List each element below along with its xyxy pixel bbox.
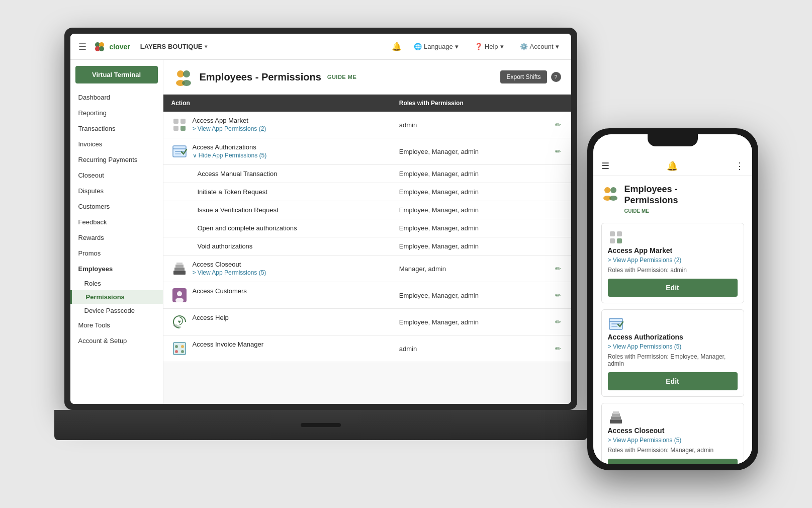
svg-rect-17 [174,268,185,271]
hamburger-icon[interactable]: ☰ [78,41,86,52]
roles-cell: admin [391,112,545,138]
edit-icon-button[interactable]: ✏ [553,289,563,301]
svg-rect-11 [181,126,186,131]
svg-point-22 [175,298,184,303]
action-name: Open and complete authorizations [198,224,297,232]
roles-cell: Employee, Manager, admin [391,138,545,165]
svg-point-3 [99,46,104,51]
help-button[interactable]: ❓ Help ▾ [471,41,508,52]
sidebar-item-rewards[interactable]: Rewards [70,230,163,245]
scene: ☰ clover LAYERS BOUTIQUE ▾ [54,28,758,480]
phone-guide-me-button[interactable]: GUIDE ME [624,208,649,214]
help-chevron-icon: ▾ [500,43,504,50]
store-selector[interactable]: LAYERS BOUTIQUE ▾ [140,43,207,50]
action-cell: Access Manual Transaction [163,165,391,183]
svg-rect-14 [175,151,184,152]
action-column-header: Action [163,95,391,112]
sidebar-item-recurring-payments[interactable]: Recurring Payments [70,152,163,167]
edit-icon-button[interactable]: ✏ [553,263,563,275]
action-cell: Access Authorizations ∨ Hide App Permiss… [163,138,391,165]
table-row: Access Customers Employee, Manager, admi… [163,282,571,309]
action-details: Initiate a Token Request [198,188,267,196]
phone-card-view-permissions-link[interactable]: > View App Permissions (5) [608,437,738,444]
sidebar-item-device-passcode[interactable]: Device Passcode [70,304,163,317]
svg-rect-42 [611,416,621,420]
sidebar-item-roles[interactable]: Roles [70,277,163,290]
svg-point-28 [181,350,184,353]
action-icon [171,143,188,159]
phone-hamburger-icon[interactable]: ☰ [601,160,609,172]
sidebar-item-promos[interactable]: Promos [70,245,163,261]
phone-card-title: Access App Market [608,246,738,255]
action-name: Access Customers [193,287,247,295]
action-cell: ♥ Access Help [163,309,391,335]
sidebar-item-account-setup[interactable]: Account & Setup [70,333,163,349]
table-row: Void authorizations Employee, Manager, a… [163,237,571,256]
sidebar-item-disputes[interactable]: Disputes [70,183,163,199]
sidebar-item-closeout[interactable]: Closeout [70,167,163,183]
phone: ☰ 🔔 ⋮ Employees - [587,128,758,470]
svg-rect-24 [173,343,186,355]
svg-rect-8 [173,119,178,124]
account-button[interactable]: ⚙️ Account ▾ [516,41,563,52]
phone-card-view-permissions-link[interactable]: > View App Permissions (5) [608,343,738,350]
sidebar-item-transactions[interactable]: Transactions [70,121,163,136]
sidebar-item-reporting[interactable]: Reporting [70,105,163,121]
language-label: Language [424,43,453,50]
svg-point-29 [604,187,610,193]
sidebar-item-dashboard[interactable]: Dashboard [70,90,163,105]
phone-card-edit-button[interactable]: Edit [608,459,738,464]
edit-icon-button[interactable]: ✏ [553,343,563,355]
action-name: Void authorizations [198,242,253,250]
edit-cell: ✏ [545,138,571,165]
action-icon [171,341,188,357]
edit-cell: ✏ [545,256,571,282]
phone-more-icon[interactable]: ⋮ [735,160,744,172]
sidebar-item-employees[interactable]: Employees [70,261,163,277]
svg-point-4 [177,70,184,77]
phone-page-title: Employees - Permissions [624,184,678,206]
phone-card-view-permissions-link[interactable]: > View App Permissions (2) [608,257,738,264]
roles-cell: Manager, admin [391,256,545,282]
view-app-permissions-link[interactable]: ∨ Hide App Permissions (5) [193,152,267,159]
roles-cell: Employee, Manager, admin [391,201,545,219]
phone-title-area: Employees - Permissions GUIDE ME [624,184,678,215]
roles-cell: Employee, Manager, admin [391,219,545,237]
main-layout: Virtual Terminal Dashboard Reporting Tra… [70,60,571,404]
store-chevron-icon: ▾ [205,44,207,49]
table-body: Access App Market > View App Permissions… [163,112,571,362]
bell-icon[interactable]: 🔔 [392,42,402,51]
language-button[interactable]: 🌐 Language ▾ [410,41,463,52]
sidebar-item-permissions[interactable]: Permissions [70,290,163,304]
sidebar-item-more-tools[interactable]: More Tools [70,317,163,333]
action-details: Open and complete authorizations [198,224,297,232]
action-details: Access Manual Transaction [198,170,278,178]
sidebar-item-customers[interactable]: Customers [70,199,163,214]
phone-bell-icon[interactable]: 🔔 [667,160,678,172]
svg-point-27 [175,350,178,353]
view-app-permissions-link[interactable]: > View App Permissions (5) [193,269,266,276]
phone-card: Access Authorizations > View App Permiss… [601,309,744,397]
edit-icon-button[interactable]: ✏ [553,119,563,131]
table-row: Issue a Verification Request Employee, M… [163,201,571,219]
table-row: Initiate a Token Request Employee, Manag… [163,183,571,201]
phone-card-edit-button[interactable]: Edit [608,372,738,390]
svg-point-30 [610,187,616,193]
virtual-terminal-button[interactable]: Virtual Terminal [75,66,158,83]
svg-point-21 [177,291,182,296]
action-details: Access Closeout > View App Permissions (… [193,261,266,276]
sidebar-item-invoices[interactable]: Invoices [70,136,163,152]
table-row: Access Closeout > View App Permissions (… [163,256,571,282]
action-details: Access Authorizations ∨ Hide App Permiss… [193,143,267,159]
roles-cell: Employee, Manager, admin [391,309,545,335]
export-shifts-button[interactable]: Export Shifts [500,70,547,83]
edit-icon-button[interactable]: ✏ [553,316,563,328]
svg-rect-10 [173,126,178,131]
edit-icon-button[interactable]: ✏ [553,145,563,157]
sidebar-item-feedback[interactable]: Feedback [70,214,163,230]
phone-notch [648,134,698,146]
guide-me-button[interactable]: GUIDE ME [327,74,356,80]
view-app-permissions-link[interactable]: > View App Permissions (2) [193,125,266,132]
info-icon[interactable]: ? [551,72,561,82]
phone-card-edit-button[interactable]: Edit [608,279,738,297]
